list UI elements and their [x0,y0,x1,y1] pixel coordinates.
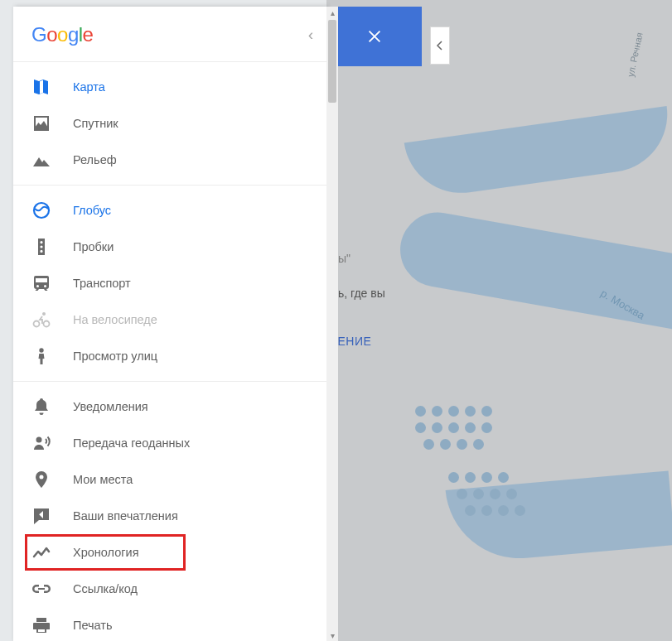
google-logo[interactable]: Google [31,23,93,46]
transit-icon [31,273,51,293]
scroll-down-icon[interactable]: ▾ [326,629,338,641]
menu-item-label: На велосипеде [73,313,308,326]
menu-item-label: Просмотр улиц [73,349,308,363]
menu-item-label: Рельеф [73,153,308,166]
chevron-left-icon [436,41,444,51]
menu-item-my-places[interactable]: Мои места [13,461,326,498]
bell-icon [31,397,51,417]
terrain-icon [31,150,51,170]
menu-item-terrain[interactable]: Рельеф [13,142,326,178]
globe-icon [31,200,51,220]
menu-item-label: Ссылка/код [73,582,308,595]
side-panel-collapse-button[interactable] [430,27,450,65]
menu-item-label: Глобус [73,204,308,217]
menu-item-globe[interactable]: Глобус [13,192,326,229]
navigation-drawer: ▴ ▾ Google ‹‹ Карта Спутник Рельеф Глоб [13,7,326,641]
svg-point-3 [42,312,46,316]
svg-point-2 [44,321,50,327]
scroll-up-icon[interactable]: ▴ [326,7,338,18]
menu-item-label: Хронология [73,546,308,559]
svg-point-5 [36,437,42,443]
scrollbar[interactable]: ▴ ▾ [326,7,338,641]
drawer-header: Google ‹‹ [13,7,326,61]
menu-item-notifications[interactable]: Уведомления [13,388,326,425]
modal-backdrop[interactable] [326,0,672,641]
svg-point-4 [39,348,43,352]
menu-item-label: Передача геоданных [73,436,308,450]
print-icon [31,615,51,635]
svg-point-1 [34,321,40,327]
map-icon [31,77,51,97]
pegman-icon [31,346,51,366]
menu-item-location-sharing[interactable]: Передача геоданных [13,425,326,461]
scrollbar-thumb[interactable] [328,20,336,103]
menu-item-label: Печать [73,619,308,632]
menu-item-transit[interactable]: Транспорт [13,265,326,301]
satellite-icon [31,113,51,133]
menu-item-label: Спутник [73,117,308,130]
menu-group-overlays: Глобус Пробки Транспорт На велосипеде Пр… [13,186,326,381]
menu-item-satellite[interactable]: Спутник [13,105,326,142]
menu-item-label: Карта [73,80,308,94]
menu-item-label: Мои места [73,473,308,486]
menu-item-contributions[interactable]: Ваши впечатления [13,498,326,534]
menu-item-timeline[interactable]: Хронология [13,534,326,571]
menu-item-streetview[interactable]: Просмотр улиц [13,338,326,374]
menu-item-label: Транспорт [73,277,308,290]
timeline-icon [31,542,51,562]
side-panel-close-header[interactable] [326,7,422,66]
link-icon [31,579,51,599]
close-icon [365,27,384,46]
menu-item-label: Пробки [73,240,308,253]
traffic-icon [31,237,51,257]
menu-group-layers: Карта Спутник Рельеф [13,62,326,185]
menu-item-label: Ваши впечатления [73,509,308,523]
menu-group-account: Уведомления Передача геоданных Мои места… [13,382,326,641]
menu-item-traffic[interactable]: Пробки [13,229,326,265]
pin-icon [31,470,51,489]
location-sharing-icon [31,433,51,453]
menu-item-label: Уведомления [73,400,308,413]
bicycle-icon [31,310,51,330]
menu-item-print[interactable]: Печать [13,607,326,641]
menu-item-map[interactable]: Карта [13,69,326,105]
menu-item-biking: На велосипеде [13,301,326,338]
menu-item-share-link[interactable]: Ссылка/код [13,571,326,607]
feedback-icon [31,506,51,526]
